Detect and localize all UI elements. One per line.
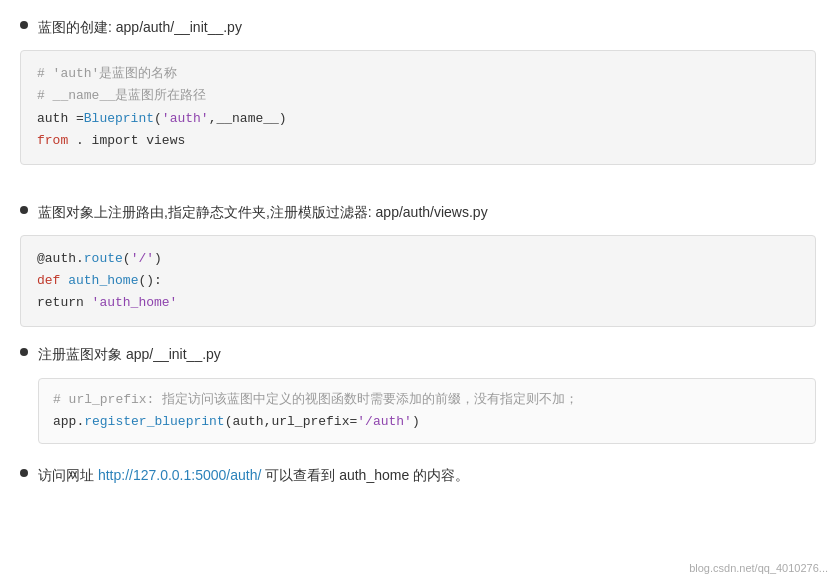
section-2: 蓝图对象上注册路由,指定静态文件夹,注册模版过滤器: app/auth/view… (20, 201, 816, 328)
code-auth-prefix-str: '/auth' (357, 414, 412, 429)
code-app-register: app. (53, 414, 84, 429)
code-register-args: (auth,url_prefix= (225, 414, 358, 429)
bullet-item-3: 注册蓝图对象 app/__init__.py (20, 343, 816, 365)
bullet-dot-3 (20, 348, 28, 356)
comment-2: # __name__是蓝图所在路径 (37, 88, 206, 103)
keyword-def: def (37, 273, 60, 288)
url-link[interactable]: http://127.0.0.1:5000/auth/ (98, 467, 261, 483)
comment-1: # 'auth'是蓝图的名称 (37, 66, 177, 81)
code-at-auth: @auth. (37, 251, 84, 266)
code-register-close: ) (412, 414, 420, 429)
code-import-views: . import views (68, 133, 185, 148)
code-slash-str: '/' (131, 251, 154, 266)
code-line-1-1: # 'auth'是蓝图的名称 (37, 63, 799, 85)
bullet-dot-2 (20, 206, 28, 214)
bullet-dot-1 (20, 21, 28, 29)
visit-text-1: 访问网址 (38, 467, 98, 483)
bullet-dot-4 (20, 469, 28, 477)
bullet-text-4: 访问网址 http://127.0.0.1:5000/auth/ 可以查看到 a… (38, 464, 469, 486)
code-blueprint-func: Blueprint (84, 111, 154, 126)
code-auth-home-func: auth_home (68, 273, 138, 288)
bullet-text-3: 注册蓝图对象 app/__init__.py (38, 343, 221, 365)
code-return-indent: return (37, 295, 92, 310)
code-line-2-2: def auth_home(): (37, 270, 799, 292)
bullet-item-1: 蓝图的创建: app/auth/__init__.py (20, 16, 816, 38)
bullet-text-2: 蓝图对象上注册路由,指定静态文件夹,注册模版过滤器: app/auth/view… (38, 201, 488, 223)
section-3: 注册蓝图对象 app/__init__.py # url_prefix: 指定访… (20, 343, 816, 444)
code-block-1: # 'auth'是蓝图的名称 # __name__是蓝图所在路径 auth =B… (20, 50, 816, 164)
code-auth-assign: auth = (37, 111, 84, 126)
code-line-3-1: # url_prefix: 指定访问该蓝图中定义的视图函数时需要添加的前缀，没有… (53, 389, 801, 411)
code-name-arg: ,__name__) (209, 111, 287, 126)
code-func-paren: (): (138, 273, 161, 288)
code-route-func: route (84, 251, 123, 266)
bullet-item-2: 蓝图对象上注册路由,指定静态文件夹,注册模版过滤器: app/auth/view… (20, 201, 816, 223)
code-line-1-3: auth =Blueprint('auth',__name__) (37, 108, 799, 130)
code-line-2-3: return 'auth_home' (37, 292, 799, 314)
code-register-blueprint: register_blueprint (84, 414, 224, 429)
code-line-1-2: # __name__是蓝图所在路径 (37, 85, 799, 107)
section-1: 蓝图的创建: app/auth/__init__.py # 'auth'是蓝图的… (20, 16, 816, 165)
inner-code-block-3: # url_prefix: 指定访问该蓝图中定义的视图函数时需要添加的前缀，没有… (38, 378, 816, 444)
code-paren-open: ( (154, 111, 162, 126)
code-line-1-4: from . import views (37, 130, 799, 152)
gap-1 (20, 181, 816, 201)
bullet-text-1: 蓝图的创建: app/auth/__init__.py (38, 16, 242, 38)
visit-text-2: 可以查看到 auth_home 的内容。 (261, 467, 469, 483)
comment-url-prefix: # url_prefix: 指定访问该蓝图中定义的视图函数时需要添加的前缀，没有… (53, 392, 578, 407)
code-paren2-close: ) (154, 251, 162, 266)
code-line-3-2: app.register_blueprint(auth,url_prefix='… (53, 411, 801, 433)
gap-2 (20, 444, 816, 464)
code-block-2: @auth.route('/') def auth_home(): return… (20, 235, 816, 327)
section-4: 访问网址 http://127.0.0.1:5000/auth/ 可以查看到 a… (20, 464, 816, 486)
code-auth-str: 'auth' (162, 111, 209, 126)
bullet-item-4: 访问网址 http://127.0.0.1:5000/auth/ 可以查看到 a… (20, 464, 816, 486)
code-auth-home-str: 'auth_home' (92, 295, 178, 310)
keyword-from: from (37, 133, 68, 148)
code-paren2: ( (123, 251, 131, 266)
code-line-2-1: @auth.route('/') (37, 248, 799, 270)
